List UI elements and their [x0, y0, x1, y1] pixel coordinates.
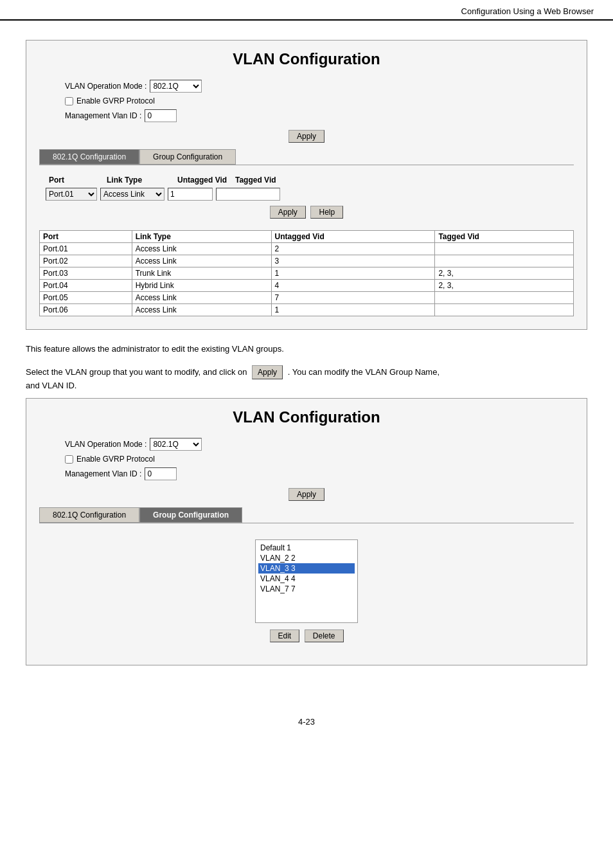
desc-line-2: Select the VLAN group that you want to m… [26, 365, 587, 392]
table-row: Port.06Access Link1 [40, 304, 574, 316]
group-list-item[interactable]: VLAN_4 4 [258, 574, 355, 584]
group-buttons: Edit Delete [52, 629, 561, 642]
untagged-vid-col-header: Untagged Vid [177, 176, 229, 185]
enable-gvrp-checkbox-2[interactable] [65, 455, 73, 464]
group-list-item[interactable]: VLAN_2 2 [258, 553, 355, 563]
enable-gvrp-label-2: Enable GVRP Protocol [76, 455, 155, 464]
tabs-row-2: 802.1Q Configuration Group Configuration [39, 507, 574, 523]
port-config-section: Port Link Type Untagged Vid Tagged Vid P… [39, 170, 574, 224]
link-type-select[interactable]: Access Link Trunk Link Hybrid Link [100, 188, 164, 201]
vlan-title-1: VLAN Configuration [39, 50, 574, 68]
group-config-list[interactable]: Default 1VLAN_2 2VLAN_3 3VLAN_4 4VLAN_7 … [255, 539, 358, 623]
vlan-operation-mode-label-2: VLAN Operation Mode : [65, 440, 147, 449]
tab-802-1q-2[interactable]: 802.1Q Configuration [39, 507, 139, 523]
table-row: Port.05Access Link7 [40, 292, 574, 304]
tagged-vid-input[interactable] [216, 188, 280, 201]
management-vlan-id-label-2: Management Vlan ID : [65, 469, 141, 478]
vlan-operation-mode-select[interactable]: 802.1Q Port-based [150, 80, 202, 93]
enable-gvrp-row-2: Enable GVRP Protocol [65, 455, 574, 464]
port-col-header: Port [49, 176, 100, 185]
inline-apply-note: Apply [252, 365, 283, 379]
tabs-row-1: 802.1Q Configuration Group Configuration [39, 149, 574, 165]
management-vlan-id-label: Management Vlan ID : [65, 111, 141, 120]
table-row: Port.01Access Link2 [40, 243, 574, 255]
port-help-button[interactable]: Help [310, 206, 343, 219]
delete-button[interactable]: Delete [305, 629, 344, 642]
vlan-config-box-1: VLAN Configuration VLAN Operation Mode :… [26, 40, 587, 330]
apply-button-1[interactable]: Apply [289, 130, 324, 143]
enable-gvrp-label: Enable GVRP Protocol [76, 96, 155, 105]
page-header: Configuration Using a Web Browser [0, 0, 613, 21]
table-header-port: Port [40, 231, 132, 243]
tab-802-1q[interactable]: 802.1Q Configuration [39, 149, 139, 165]
group-config-section: Default 1VLAN_2 2VLAN_3 3VLAN_4 4VLAN_7 … [39, 523, 574, 652]
table-row: Port.04Hybrid Link42, 3, [40, 280, 574, 292]
apply-row-1: Apply [39, 130, 574, 143]
enable-gvrp-checkbox[interactable] [65, 97, 73, 105]
link-type-col-header: Link Type [107, 176, 171, 185]
page-footer: 4-23 [0, 717, 613, 739]
vlan-operation-mode-label: VLAN Operation Mode : [65, 82, 147, 91]
management-vlan-id-input[interactable] [145, 109, 177, 122]
management-vlan-id-input-2[interactable] [145, 467, 177, 480]
port-table: Port Link Type Untagged Vid Tagged Vid P… [39, 230, 574, 316]
enable-gvrp-row: Enable GVRP Protocol [65, 96, 574, 105]
management-vlan-id-row-2: Management Vlan ID : [65, 467, 574, 480]
page-number: 4-23 [298, 717, 315, 727]
apply-button-2[interactable]: Apply [289, 488, 324, 501]
tagged-vid-col-header: Tagged Vid [235, 176, 287, 185]
header-title: Configuration Using a Web Browser [461, 6, 594, 16]
table-row: Port.02Access Link3 [40, 255, 574, 267]
table-header-untagged-vid: Untagged Vid [271, 231, 435, 243]
group-list-item[interactable]: Default 1 [258, 543, 355, 553]
vlan-operation-mode-select-2[interactable]: 802.1Q Port-based [150, 438, 202, 451]
vlan-operation-mode-row-2: VLAN Operation Mode : 802.1Q Port-based [65, 438, 574, 451]
port-form-inputs: Port.01 Port.02 Port.03 Port.04 Port.05 … [46, 188, 567, 201]
port-form-buttons: Apply Help [46, 206, 567, 219]
port-select[interactable]: Port.01 Port.02 Port.03 Port.04 Port.05 … [46, 188, 97, 201]
apply-row-2: Apply [39, 488, 574, 501]
edit-button[interactable]: Edit [270, 629, 300, 642]
table-row: Port.03Trunk Link12, 3, [40, 267, 574, 280]
untagged-vid-input[interactable] [168, 188, 213, 201]
page-content: VLAN Configuration VLAN Operation Mode :… [0, 33, 613, 698]
group-list-item[interactable]: VLAN_3 3 [258, 563, 355, 574]
desc-line-1: This feature allows the administrator to… [26, 343, 587, 356]
table-header-link-type: Link Type [132, 231, 271, 243]
vlan-operation-mode-row: VLAN Operation Mode : 802.1Q Port-based [65, 80, 574, 93]
tab-group-config[interactable]: Group Configuration [139, 149, 236, 165]
group-list-item[interactable]: VLAN_7 7 [258, 584, 355, 594]
management-vlan-id-row: Management Vlan ID : [65, 109, 574, 122]
vlan-config-box-2: VLAN Configuration VLAN Operation Mode :… [26, 398, 587, 665]
vlan-title-2: VLAN Configuration [39, 408, 574, 426]
table-header-tagged-vid: Tagged Vid [435, 231, 574, 243]
port-apply-button[interactable]: Apply [270, 206, 306, 219]
tab-group-config-2[interactable]: Group Configuration [139, 507, 242, 523]
